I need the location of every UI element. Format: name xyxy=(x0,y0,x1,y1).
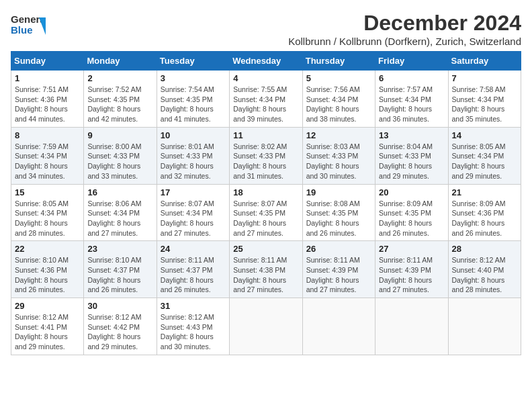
daylight: Daylight: 8 hours and 28 minutes. xyxy=(452,276,505,294)
day-number: 11 xyxy=(233,130,298,140)
sunrise: Sunrise: 8:11 AM xyxy=(161,256,214,264)
day-number: 18 xyxy=(233,187,298,197)
daylight: Daylight: 8 hours and 26 minutes. xyxy=(379,219,432,237)
table-row: 23Sunrise: 8:10 AMSunset: 4:37 PMDayligh… xyxy=(84,241,157,298)
table-row: 6Sunrise: 7:57 AMSunset: 4:34 PMDaylight… xyxy=(375,71,448,128)
sunrise: Sunrise: 8:01 AM xyxy=(161,142,214,150)
day-number: 28 xyxy=(452,244,517,254)
col-friday: Friday xyxy=(375,52,448,71)
day-number: 7 xyxy=(452,73,517,83)
col-monday: Monday xyxy=(84,52,157,71)
day-number: 30 xyxy=(87,301,152,311)
daylight: Daylight: 8 hours and 26 minutes. xyxy=(452,219,505,237)
sunrise: Sunrise: 8:03 AM xyxy=(306,142,360,150)
col-sunday: Sunday xyxy=(11,52,84,71)
logo: General Blue xyxy=(11,11,46,40)
day-info: Sunrise: 8:11 AMSunset: 4:37 PMDaylight:… xyxy=(161,255,226,295)
table-row xyxy=(375,298,448,355)
svg-text:Blue: Blue xyxy=(11,24,33,36)
sunset: Sunset: 4:35 PM xyxy=(379,209,431,217)
daylight: Daylight: 8 hours and 42 minutes. xyxy=(87,105,140,123)
sunset: Sunset: 4:39 PM xyxy=(306,266,359,274)
daylight: Daylight: 8 hours and 26 minutes. xyxy=(161,276,214,294)
sunrise: Sunrise: 8:09 AM xyxy=(452,199,506,208)
calendar-header-row: Sunday Monday Tuesday Wednesday Thursday… xyxy=(11,52,521,71)
table-row: 4Sunrise: 7:55 AMSunset: 4:34 PMDaylight… xyxy=(230,71,302,128)
table-row: 30Sunrise: 8:12 AMSunset: 4:42 PMDayligh… xyxy=(84,298,157,355)
calendar-week-1: 1Sunrise: 7:51 AMSunset: 4:36 PMDaylight… xyxy=(11,71,521,128)
sunrise: Sunrise: 8:12 AM xyxy=(15,313,69,321)
table-row: 12Sunrise: 8:03 AMSunset: 4:33 PMDayligh… xyxy=(302,127,375,184)
sunrise: Sunrise: 8:10 AM xyxy=(15,256,69,264)
table-row: 29Sunrise: 8:12 AMSunset: 4:41 PMDayligh… xyxy=(11,298,84,355)
daylight: Daylight: 8 hours and 41 minutes. xyxy=(161,105,214,123)
table-row: 25Sunrise: 8:11 AMSunset: 4:38 PMDayligh… xyxy=(230,241,302,298)
day-number: 31 xyxy=(161,301,226,311)
sunset: Sunset: 4:33 PM xyxy=(306,152,359,160)
day-info: Sunrise: 7:55 AMSunset: 4:34 PMDaylight:… xyxy=(233,85,298,124)
day-number: 5 xyxy=(306,73,371,83)
sunrise: Sunrise: 8:00 AM xyxy=(87,142,141,150)
daylight: Daylight: 8 hours and 29 minutes. xyxy=(452,162,505,180)
table-row: 15Sunrise: 8:05 AMSunset: 4:34 PMDayligh… xyxy=(11,184,84,241)
day-number: 15 xyxy=(15,187,80,197)
day-number: 22 xyxy=(15,244,80,254)
calendar-week-2: 8Sunrise: 7:59 AMSunset: 4:34 PMDaylight… xyxy=(11,127,521,184)
sunset: Sunset: 4:36 PM xyxy=(452,209,504,217)
daylight: Daylight: 8 hours and 33 minutes. xyxy=(87,162,140,180)
day-info: Sunrise: 8:09 AMSunset: 4:35 PMDaylight:… xyxy=(379,199,444,238)
table-row: 7Sunrise: 7:58 AMSunset: 4:34 PMDaylight… xyxy=(448,71,521,128)
header: General Blue December 2024 Kollbrunn / K… xyxy=(11,11,521,47)
sunset: Sunset: 4:34 PM xyxy=(306,95,359,103)
daylight: Daylight: 8 hours and 28 minutes. xyxy=(15,219,68,237)
day-info: Sunrise: 8:05 AMSunset: 4:34 PMDaylight:… xyxy=(15,199,80,238)
daylight: Daylight: 8 hours and 34 minutes. xyxy=(15,162,68,180)
day-number: 23 xyxy=(87,244,152,254)
sunrise: Sunrise: 7:58 AM xyxy=(452,85,506,93)
col-wednesday: Wednesday xyxy=(230,52,302,71)
sunset: Sunset: 4:34 PM xyxy=(15,152,67,160)
table-row: 10Sunrise: 8:01 AMSunset: 4:33 PMDayligh… xyxy=(157,127,229,184)
day-number: 26 xyxy=(306,244,371,254)
day-info: Sunrise: 8:04 AMSunset: 4:33 PMDaylight:… xyxy=(379,142,444,181)
sunset: Sunset: 4:35 PM xyxy=(306,209,359,217)
day-info: Sunrise: 8:00 AMSunset: 4:33 PMDaylight:… xyxy=(87,142,152,181)
sunset: Sunset: 4:35 PM xyxy=(233,209,285,217)
subtitle: Kollbrunn / Kollbrunn (Dorfkern), Zurich… xyxy=(288,36,521,47)
day-number: 16 xyxy=(87,187,152,197)
svg-marker-2 xyxy=(39,17,46,35)
sunrise: Sunrise: 8:11 AM xyxy=(306,256,360,264)
daylight: Daylight: 8 hours and 32 minutes. xyxy=(161,162,214,180)
table-row: 11Sunrise: 8:02 AMSunset: 4:33 PMDayligh… xyxy=(230,127,302,184)
day-number: 19 xyxy=(306,187,371,197)
table-row: 18Sunrise: 8:07 AMSunset: 4:35 PMDayligh… xyxy=(230,184,302,241)
daylight: Daylight: 8 hours and 39 minutes. xyxy=(233,105,286,123)
sunset: Sunset: 4:36 PM xyxy=(15,266,67,274)
table-row: 19Sunrise: 8:08 AMSunset: 4:35 PMDayligh… xyxy=(302,184,375,241)
table-row: 20Sunrise: 8:09 AMSunset: 4:35 PMDayligh… xyxy=(375,184,448,241)
calendar-week-3: 15Sunrise: 8:05 AMSunset: 4:34 PMDayligh… xyxy=(11,184,521,241)
day-info: Sunrise: 7:52 AMSunset: 4:35 PMDaylight:… xyxy=(87,85,152,124)
daylight: Daylight: 8 hours and 27 minutes. xyxy=(233,276,286,294)
sunrise: Sunrise: 8:12 AM xyxy=(161,313,214,321)
sunrise: Sunrise: 8:06 AM xyxy=(87,199,141,208)
sunrise: Sunrise: 8:11 AM xyxy=(233,256,287,264)
sunset: Sunset: 4:34 PM xyxy=(452,95,504,103)
day-info: Sunrise: 8:07 AMSunset: 4:34 PMDaylight:… xyxy=(161,199,226,238)
day-number: 29 xyxy=(15,301,80,311)
day-number: 20 xyxy=(379,187,444,197)
sunrise: Sunrise: 8:08 AM xyxy=(306,199,360,208)
col-tuesday: Tuesday xyxy=(157,52,229,71)
day-info: Sunrise: 7:58 AMSunset: 4:34 PMDaylight:… xyxy=(452,85,517,124)
day-number: 25 xyxy=(233,244,298,254)
sunset: Sunset: 4:34 PM xyxy=(161,209,213,217)
day-number: 27 xyxy=(379,244,444,254)
sunset: Sunset: 4:37 PM xyxy=(161,266,213,274)
daylight: Daylight: 8 hours and 26 minutes. xyxy=(15,276,68,294)
daylight: Daylight: 8 hours and 29 minutes. xyxy=(379,162,432,180)
table-row xyxy=(302,298,375,355)
table-row: 27Sunrise: 8:11 AMSunset: 4:39 PMDayligh… xyxy=(375,241,448,298)
table-row: 8Sunrise: 7:59 AMSunset: 4:34 PMDaylight… xyxy=(11,127,84,184)
sunset: Sunset: 4:34 PM xyxy=(452,152,504,160)
sunrise: Sunrise: 7:51 AM xyxy=(15,85,69,93)
